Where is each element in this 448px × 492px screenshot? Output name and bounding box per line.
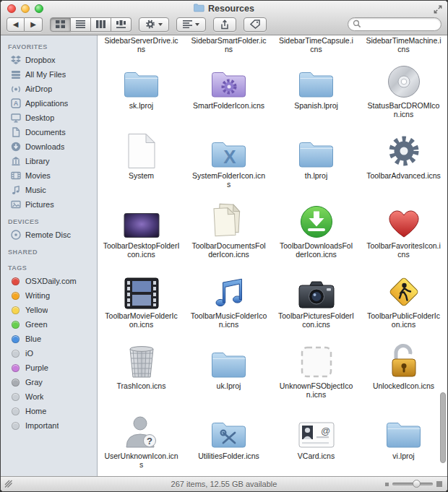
folder-icon: [124, 59, 160, 99]
file-item[interactable]: ToolbarDesktopFolderIcon.icns: [98, 195, 185, 265]
sidebar-item-home[interactable]: Home: [1, 404, 97, 418]
file-label: ToolbarDownloadsFolderIcon.icns: [278, 241, 355, 259]
file-item[interactable]: uk.lproj: [185, 335, 272, 405]
sidebar-item-music[interactable]: Music: [1, 183, 97, 197]
tag-color-dot-icon: [12, 292, 20, 300]
file-label: ToolbarPicturesFolderIcon.icns: [278, 311, 355, 329]
sidebar-item-airdrop[interactable]: AirDrop: [1, 82, 97, 96]
file-item[interactable]: ToolbarDocumentsFolderIcon.icns: [185, 195, 272, 265]
downloads-icon: [10, 142, 21, 152]
list-view-button[interactable]: [71, 17, 91, 32]
sidebar-item-label: Yellow: [25, 306, 48, 314]
titlebar[interactable]: Resources: [1, 1, 447, 16]
file-item[interactable]: SidebarTimeMachine.icns: [360, 35, 447, 55]
sidebar-item-applications[interactable]: AApplications: [1, 96, 97, 111]
file-item[interactable]: vi.lproj: [360, 405, 447, 475]
sidebar-item-blue[interactable]: Blue: [1, 332, 97, 346]
unknown-user-icon: ?: [124, 409, 160, 449]
file-item[interactable]: ?UserUnknownIcon.icns: [98, 405, 185, 475]
share-button[interactable]: [213, 17, 236, 32]
file-item[interactable]: UnknownFSObjectIcon.icns: [272, 335, 360, 405]
file-item[interactable]: ToolbarDownloadsFolderIcon.icns: [272, 195, 360, 265]
pictures-icon: [10, 199, 21, 210]
file-grid: sk.lprojSmartFolderIcon.icnsSpanish.lpro…: [98, 55, 447, 475]
search-field[interactable]: [348, 17, 441, 31]
navigation-buttons: ◀ ▶: [7, 17, 43, 32]
file-item[interactable]: SmartFolderIcon.icns: [185, 55, 272, 125]
large-icons-icon: [436, 481, 442, 487]
back-button[interactable]: ◀: [7, 17, 25, 32]
arrange-button[interactable]: [176, 17, 206, 32]
minimize-button[interactable]: [21, 4, 30, 13]
file-label: SystemFolderIcon.icns: [191, 171, 267, 189]
action-button[interactable]: [139, 17, 169, 32]
sidebar-item-io[interactable]: iO: [1, 346, 97, 361]
file-item[interactable]: ToolbarFavoritesIcon.icns: [360, 195, 447, 265]
file-item[interactable]: TrashIcon.icns: [98, 335, 185, 405]
sidebar-item-desktop[interactable]: Desktop: [1, 111, 97, 125]
file-item[interactable]: UnlockedIcon.icns: [360, 335, 447, 405]
sidebar-item-work[interactable]: Work: [1, 389, 97, 404]
file-item[interactable]: SidebarServerDrive.icns: [98, 35, 185, 55]
file-item[interactable]: sk.lproj: [98, 55, 185, 125]
file-item[interactable]: @VCard.icns: [272, 405, 360, 475]
file-item[interactable]: System: [98, 125, 185, 195]
sidebar-item-label: Pictures: [25, 200, 54, 209]
file-item[interactable]: XSystemFolderIcon.icns: [185, 125, 272, 195]
folder-proxy-icon[interactable]: [194, 2, 204, 15]
column-view-button[interactable]: [91, 17, 111, 32]
sidebar-item-dropbox[interactable]: Dropbox: [1, 53, 97, 67]
sidebar: FAVORITESDropboxAll My FilesAirDropAAppl…: [1, 35, 98, 476]
icon-view-button[interactable]: [50, 17, 71, 32]
sidebar-item-label: Important: [25, 421, 59, 430]
file-item[interactable]: th.lproj: [272, 125, 360, 195]
traffic-lights: [7, 4, 43, 13]
file-item[interactable]: SidebarTimeCapsule.icns: [272, 35, 360, 55]
tags-button[interactable]: [244, 17, 267, 32]
file-label: SmartFolderIcon.icns: [191, 101, 267, 110]
sidebar-item-purple[interactable]: Purple: [1, 361, 97, 375]
file-label: ToolbarAdvanced.icns: [366, 171, 442, 180]
sidebar-item-important[interactable]: Important: [1, 418, 97, 433]
coverflow-view-button[interactable]: [111, 17, 132, 32]
sidebar-item-library[interactable]: Library: [1, 154, 97, 168]
file-item[interactable]: ToolbarMusicFolderIcon.icns: [185, 265, 272, 335]
file-item[interactable]: ToolbarAdvanced.icns: [360, 125, 447, 195]
sidebar-item-writing[interactable]: Writing: [1, 288, 97, 303]
file-item[interactable]: ToolbarMovieFolderIcon.icns: [98, 265, 185, 335]
file-item[interactable]: ToolbarPublicFolderIcon.icns: [360, 265, 447, 335]
sidebar-item-yellow[interactable]: Yellow: [1, 303, 97, 317]
sidebar-item-all-my-files[interactable]: All My Files: [1, 67, 97, 82]
sidebar-item-downloads[interactable]: Downloads: [1, 139, 97, 154]
tag-color-dot-icon: [12, 350, 20, 358]
close-button[interactable]: [7, 4, 16, 13]
sidebar-item-remote-disc[interactable]: Remote Disc: [1, 228, 97, 242]
sidebar-item-pictures[interactable]: Pictures: [1, 197, 97, 212]
zoom-button[interactable]: [35, 4, 43, 13]
file-item[interactable]: Spanish.lproj: [272, 55, 360, 125]
tag-color-dot-icon: [12, 364, 20, 372]
file-item[interactable]: SidebarSmartFolder.icns: [185, 35, 272, 55]
sidebar-item-green[interactable]: Green: [1, 317, 97, 332]
sidebar-item-gray[interactable]: Gray: [1, 375, 97, 389]
forward-button[interactable]: ▶: [25, 17, 43, 32]
fullscreen-icon[interactable]: [434, 4, 442, 17]
file-item[interactable]: StatusBarCDROMIcon.icns: [360, 55, 447, 125]
dropbox-icon: [10, 55, 21, 66]
svg-text:?: ?: [147, 436, 152, 446]
icon-size-slider[interactable]: [385, 481, 442, 487]
sidebar-item-movies[interactable]: Movies: [1, 168, 97, 183]
sidebar-item-documents[interactable]: Documents: [1, 125, 97, 139]
clipped-row: SidebarServerDrive.icnsSidebarSmartFolde…: [98, 35, 447, 55]
sidebar-item-label: Movies: [25, 171, 51, 180]
file-item[interactable]: ToolbarPicturesFolderIcon.icns: [272, 265, 360, 335]
sidebar-item-osxdaily-com[interactable]: OSXDaily.com: [1, 274, 97, 288]
search-input[interactable]: [364, 20, 436, 29]
slider-thumb[interactable]: [413, 480, 421, 488]
file-item[interactable]: UtilitiesFolder.icns: [185, 405, 272, 475]
folder-icon: [386, 409, 422, 449]
tag-color-dot-icon: [12, 379, 20, 387]
sidebar-item-label: Home: [25, 407, 46, 415]
slider-track[interactable]: [392, 483, 433, 485]
vertical-scrollbar[interactable]: [440, 392, 446, 463]
